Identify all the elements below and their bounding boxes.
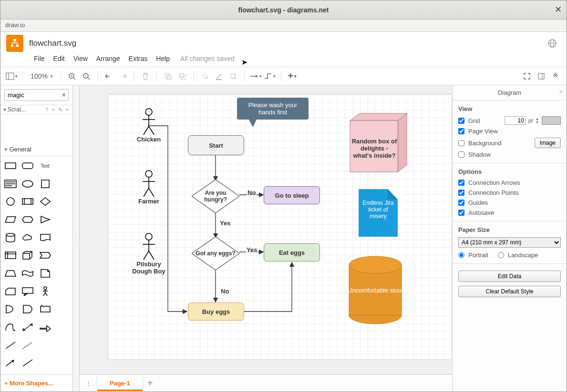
shape-roundrect[interactable] [21, 159, 35, 172]
zoom-select[interactable]: 100%▾ [28, 72, 56, 80]
scratchpad-label[interactable]: Scrat… [8, 106, 43, 113]
shape-document[interactable] [38, 231, 52, 244]
shape-textbox[interactable] [3, 177, 18, 191]
delete-icon[interactable] [139, 70, 152, 82]
menu-arrange[interactable]: Arrange [96, 55, 120, 62]
shape-cylinder[interactable] [3, 231, 18, 244]
grid-checkbox[interactable] [458, 118, 464, 124]
canvas[interactable]: Chicken Farmer Pilsbury Dough Boy Please… [80, 85, 452, 374]
node-redbox[interactable]: Random box of delights - what's inside? [344, 114, 402, 171]
menu-view[interactable]: View [73, 55, 88, 62]
waypoint-icon[interactable]: ▾ [264, 70, 276, 82]
shape-callout[interactable] [21, 285, 35, 298]
node-buy[interactable]: Buy eggs [188, 302, 244, 321]
redo-icon[interactable] [117, 70, 129, 82]
shape-actor[interactable] [38, 285, 52, 298]
landscape-radio[interactable] [498, 252, 504, 258]
shape-note[interactable] [38, 267, 52, 280]
pageview-checkbox[interactable] [458, 128, 464, 134]
shape-ellipse[interactable] [21, 177, 35, 191]
zoom-out-icon[interactable] [80, 70, 93, 82]
shape-rect[interactable] [3, 159, 18, 172]
grid-step-up[interactable]: ▲ [536, 117, 539, 121]
scratchpad-help-icon[interactable]: ? [44, 107, 49, 112]
fullscreen-icon[interactable] [521, 70, 533, 82]
to-back-icon[interactable] [176, 70, 188, 82]
shape-text[interactable]: Text [38, 159, 52, 172]
panel-close-icon[interactable]: × [559, 88, 563, 95]
shape-square[interactable] [38, 177, 52, 191]
callout-wash-hands[interactable]: Please wash your hands first [237, 98, 309, 120]
drawing-page[interactable]: Chicken Farmer Pilsbury Dough Boy Please… [108, 95, 452, 359]
scratchpad-add-icon[interactable]: + [51, 107, 55, 112]
grid-color-swatch[interactable] [542, 116, 561, 125]
node-jira[interactable]: Endless Jira ticket of misery [359, 189, 398, 237]
shape-parallelogram[interactable] [3, 213, 18, 226]
shape-biarrow[interactable] [21, 321, 35, 334]
image-button[interactable]: Image [535, 138, 561, 148]
node-hungry[interactable]: Are you hungry? [192, 180, 239, 213]
shape-diamond[interactable] [38, 195, 52, 208]
general-section[interactable]: General [10, 146, 31, 153]
shape-triangle[interactable] [38, 213, 52, 226]
menu-extras[interactable]: Extras [129, 55, 148, 62]
shape-arrow[interactable] [38, 321, 52, 334]
label-yes-1[interactable]: Yes [219, 220, 231, 227]
portrait-radio[interactable] [458, 252, 464, 258]
zoom-in-icon[interactable] [66, 70, 78, 82]
add-page-icon[interactable]: + [143, 378, 157, 389]
shape-cloud[interactable] [21, 231, 35, 244]
node-got-eggs[interactable]: Got any eggs? [192, 237, 239, 270]
menu-file[interactable]: File [34, 55, 45, 62]
sidebar-toggle-icon[interactable]: ▾ [5, 70, 18, 82]
edit-data-button[interactable]: Edit Data [458, 271, 561, 282]
actor-doughboy[interactable]: Pilsbury Dough Boy [120, 233, 177, 275]
shape-search-input[interactable] [4, 89, 69, 101]
undo-icon[interactable] [103, 70, 115, 82]
node-eat[interactable]: Eat eggs [264, 243, 320, 261]
line-color-icon[interactable] [213, 70, 225, 82]
actor-farmer[interactable]: Farmer [125, 170, 173, 205]
label-no-1[interactable]: No [247, 189, 257, 196]
shape-curve[interactable] [3, 321, 18, 334]
scratchpad-edit-icon[interactable]: ✎ [57, 107, 63, 113]
shape-tape[interactable] [21, 267, 35, 280]
shape-step[interactable] [38, 249, 52, 262]
autosave-checkbox[interactable] [458, 210, 464, 216]
clear-style-button[interactable]: Clear Default Style [458, 286, 561, 297]
shadow-icon[interactable] [227, 70, 239, 82]
format-panel-icon[interactable] [535, 70, 547, 82]
to-front-icon[interactable] [162, 70, 174, 82]
node-sleep[interactable]: Go to sleep [264, 186, 320, 204]
grid-step-down[interactable]: ▼ [536, 121, 539, 124]
menu-edit[interactable]: Edit [53, 55, 65, 62]
shape-dashed[interactable] [21, 339, 35, 352]
connection-icon[interactable]: ▾ [249, 70, 262, 82]
close-icon[interactable]: ✕ [555, 4, 562, 15]
actor-chicken[interactable]: Chicken [125, 108, 173, 143]
shape-link[interactable] [21, 356, 35, 370]
shape-process[interactable] [21, 195, 35, 208]
node-start[interactable]: Start [188, 135, 244, 155]
fill-color-icon[interactable] [198, 70, 211, 82]
label-yes-2[interactable]: Yes [246, 246, 258, 253]
shape-datastore[interactable] [38, 302, 52, 316]
grid-size-input[interactable] [505, 116, 526, 125]
shape-card[interactable] [3, 285, 18, 298]
shape-and[interactable] [21, 302, 35, 316]
node-stool[interactable]: Uncomfortable stool [347, 254, 404, 326]
shape-hexagon[interactable] [21, 213, 35, 226]
shadow-checkbox[interactable] [458, 151, 464, 158]
shape-internal[interactable] [3, 249, 18, 262]
clear-search-icon[interactable]: × [62, 91, 66, 99]
background-checkbox[interactable] [458, 140, 464, 146]
splitter[interactable]: ⋮ [73, 85, 80, 392]
menu-help[interactable]: Help [156, 55, 170, 62]
shape-line[interactable] [3, 339, 18, 352]
shape-circle[interactable] [3, 195, 18, 208]
page-menu-icon[interactable]: ⋮ [82, 377, 95, 390]
connpoints-checkbox[interactable] [458, 190, 464, 196]
paper-size-select[interactable]: A4 (210 mm x 297 mm) [458, 237, 561, 248]
guides-checkbox[interactable] [458, 200, 464, 206]
connarrows-checkbox[interactable] [458, 180, 464, 186]
